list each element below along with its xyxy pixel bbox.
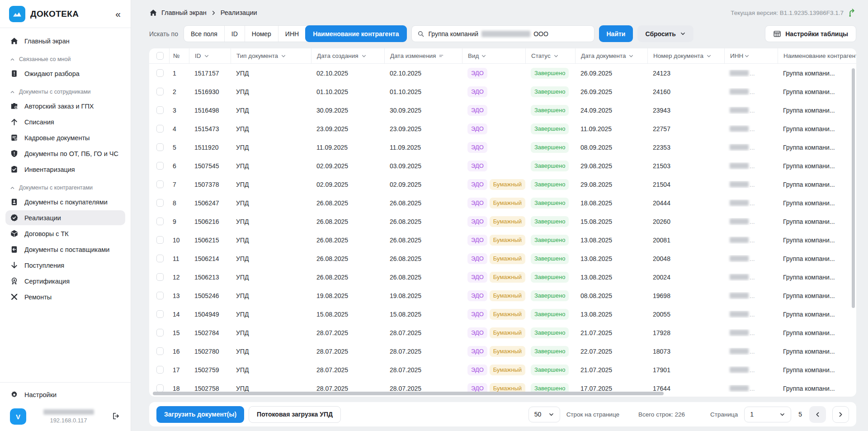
- search-input[interactable]: Группа компаний ООО: [411, 25, 594, 42]
- col-header-doc_number[interactable]: Номер документа: [647, 48, 724, 63]
- table-row[interactable]: 91506216УПД26.08.202526.08.2025ЭДОБумажн…: [149, 212, 856, 231]
- table-row[interactable]: 101506215УПД26.08.202526.08.2025ЭДОБумаж…: [149, 231, 856, 249]
- row-checkbox[interactable]: [156, 236, 164, 244]
- col-header-created[interactable]: Дата создания: [311, 48, 384, 63]
- cell-inn: ...: [724, 311, 778, 318]
- stream-upload-button[interactable]: Потоковая загрузка УПД: [249, 406, 341, 423]
- cell-kind: ЭДОБумажный: [462, 327, 525, 338]
- table-row[interactable]: 51511920УПД11.09.202511.09.2025ЭДОЗаверш…: [149, 138, 856, 156]
- user-row[interactable]: V 192.168.0.117: [5, 403, 125, 426]
- col-header-status[interactable]: Статус: [525, 48, 575, 63]
- table-row[interactable]: 11517157УПД02.10.202502.10.2025ЭДОЗаверш…: [149, 64, 856, 82]
- row-checkbox[interactable]: [156, 218, 164, 225]
- vertical-scrollbar[interactable]: [852, 68, 855, 308]
- row-checkbox[interactable]: [156, 329, 164, 336]
- sidebar-item[interactable]: Договоры с ТК: [5, 226, 125, 241]
- table-row[interactable]: 21516930УПД01.10.202501.10.2025ЭДОЗаверш…: [149, 82, 856, 101]
- search-field-option[interactable]: Номер: [245, 26, 278, 42]
- sidebar-item[interactable]: Реализации: [5, 210, 125, 225]
- row-checkbox[interactable]: [156, 180, 164, 188]
- row-checkbox[interactable]: [156, 292, 164, 299]
- row-checkbox[interactable]: [156, 88, 164, 95]
- sidebar-collapse-button[interactable]: «: [112, 9, 124, 19]
- cell-created: 19.08.2025: [311, 292, 384, 299]
- table-row[interactable]: 31516498УПД30.09.202530.09.2025ЭДОЗаверш…: [149, 101, 856, 119]
- row-checkbox[interactable]: [156, 106, 164, 114]
- upload-documents-button[interactable]: Загрузить документ(ы): [156, 406, 244, 423]
- col-header-doc_type[interactable]: Тип документа: [231, 48, 311, 63]
- sidebar-nav: Главный экранСвязанные со мнойОжидают ра…: [0, 28, 131, 382]
- table-row[interactable]: 71507378УПД02.09.202502.09.2025ЭДОБумажн…: [149, 175, 856, 194]
- col-header-id[interactable]: ID: [189, 48, 231, 63]
- prev-page-button[interactable]: [809, 406, 826, 423]
- sidebar-item[interactable]: Ожидают разбора: [5, 66, 125, 81]
- sidebar-item[interactable]: Документы с поставщиками: [5, 242, 125, 257]
- horizontal-scrollbar[interactable]: [153, 392, 664, 395]
- table-row[interactable]: 161502780УПД28.07.202528.07.2025ЭДОБумаж…: [149, 342, 856, 360]
- col-header-checkbox[interactable]: [149, 48, 169, 63]
- logout-button[interactable]: [111, 411, 121, 422]
- cell-checkbox: [149, 199, 169, 207]
- col-header-label: Номер документа: [653, 52, 703, 59]
- sidebar-item[interactable]: Документы с покупателями: [5, 194, 125, 209]
- table-row[interactable]: 111506214УПД26.08.202526.08.2025ЭДОБумаж…: [149, 249, 856, 268]
- cell-status: Завершено: [525, 327, 575, 338]
- sidebar-item[interactable]: Поступления: [5, 258, 125, 273]
- row-checkbox[interactable]: [156, 69, 164, 77]
- find-button[interactable]: Найти: [599, 25, 633, 42]
- table-row[interactable]: 171502759УПД28.07.202528.07.2025ЭДОБумаж…: [149, 360, 856, 379]
- row-checkbox[interactable]: [156, 255, 164, 262]
- row-checkbox[interactable]: [156, 125, 164, 133]
- table-row[interactable]: 41515473УПД23.09.202523.09.2025ЭДОЗаверш…: [149, 119, 856, 138]
- sidebar-item[interactable]: Списания: [5, 114, 125, 129]
- row-checkbox[interactable]: [156, 143, 164, 151]
- cell-num: 1: [169, 70, 189, 77]
- search-field-option[interactable]: ИНН: [278, 26, 306, 42]
- page-select[interactable]: 1: [744, 407, 791, 422]
- row-checkbox[interactable]: [156, 199, 164, 207]
- table-row[interactable]: 121506213УПД26.08.202526.08.2025ЭДОБумаж…: [149, 268, 856, 286]
- search-field-option[interactable]: ID: [224, 26, 245, 42]
- table-settings-button[interactable]: Настройки таблицы: [765, 25, 856, 42]
- table-row[interactable]: 141504949УПД15.08.202515.08.2025ЭДОБумаж…: [149, 305, 856, 323]
- col-header-kind[interactable]: Вид: [462, 48, 525, 63]
- col-header-modified[interactable]: Дата изменения: [384, 48, 462, 63]
- header-checkbox[interactable]: [156, 52, 164, 60]
- sidebar-section[interactable]: Документы с сотрудниками: [5, 82, 125, 98]
- sidebar-section[interactable]: Связанные со мной: [5, 49, 125, 65]
- inn-ellipsis: ...: [750, 107, 755, 114]
- search-field-option[interactable]: Все поля: [184, 26, 224, 42]
- row-checkbox[interactable]: [156, 273, 164, 281]
- breadcrumb-home[interactable]: Главный экран: [161, 9, 207, 16]
- cell-checkbox: [149, 236, 169, 244]
- rows-per-page-select[interactable]: 50: [528, 407, 560, 422]
- sidebar-item[interactable]: Авторский заказ и ГПХ: [5, 99, 125, 114]
- cell-modified: 02.09.2025: [384, 181, 462, 188]
- sidebar-item[interactable]: Кадровые документы: [5, 130, 125, 145]
- next-page-button[interactable]: [832, 406, 849, 423]
- cell-kind: ЭДОБумажный: [462, 198, 525, 208]
- sidebar-item[interactable]: Ремонты: [5, 289, 125, 304]
- table-row[interactable]: 131505246УПД19.08.202519.08.2025ЭДОБумаж…: [149, 286, 856, 305]
- cell-doc_date: 15.08.2025: [575, 218, 647, 225]
- row-checkbox[interactable]: [156, 310, 164, 318]
- col-header-inn[interactable]: ИНН: [724, 48, 778, 63]
- search-field-option[interactable]: Наименование контрагента: [305, 25, 406, 42]
- reset-button[interactable]: Сбросить: [637, 25, 693, 42]
- connection-icon: [847, 8, 856, 17]
- col-header-doc_date[interactable]: Дата документа: [575, 48, 647, 63]
- sidebar-item[interactable]: Главный экран: [5, 33, 125, 48]
- sidebar-item-settings[interactable]: Настройки: [5, 387, 125, 402]
- sidebar-item[interactable]: Документы по ОТ, ПБ, ГО и ЧС: [5, 146, 125, 161]
- sidebar-section[interactable]: Документы с контрагентами: [5, 178, 125, 194]
- row-checkbox[interactable]: [156, 384, 164, 392]
- row-checkbox[interactable]: [156, 366, 164, 374]
- table-row[interactable]: 61507545УПД02.09.202503.09.2025ЭДОЗаверш…: [149, 156, 856, 175]
- row-checkbox[interactable]: [156, 347, 164, 355]
- row-checkbox[interactable]: [156, 162, 164, 170]
- sidebar-item[interactable]: Инвентаризация: [5, 162, 125, 177]
- version-text: Текущая версия: B1.1.9235.13986F3.1.7: [731, 9, 844, 16]
- table-row[interactable]: 151502784УПД28.07.202528.07.2025ЭДОБумаж…: [149, 323, 856, 342]
- sidebar-item[interactable]: Сертификация: [5, 274, 125, 289]
- table-row[interactable]: 81506247УПД26.08.202526.08.2025ЭДОБумажн…: [149, 194, 856, 212]
